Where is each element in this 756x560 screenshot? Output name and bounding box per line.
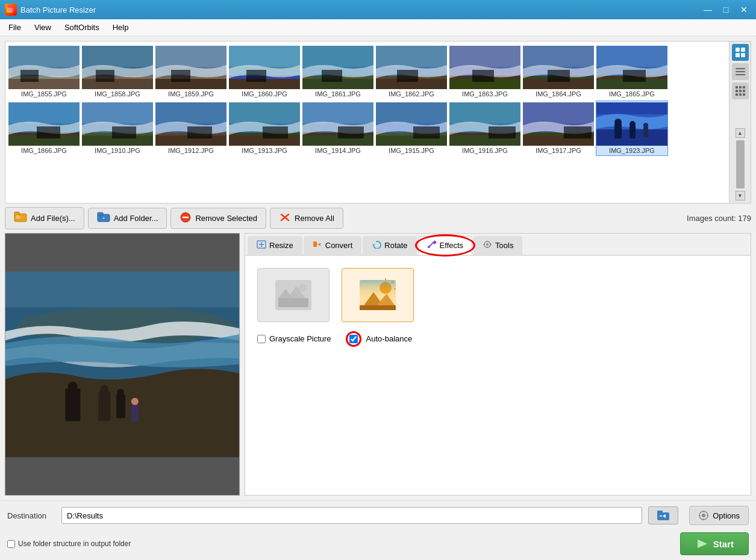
image-thumbnail[interactable]: IMG_1913.JPG [228,101,301,156]
maximize-button[interactable]: □ [719,2,733,17]
rotate-tab-icon [372,240,381,250]
app-icon [5,4,17,16]
destination-input[interactable] [61,507,642,524]
use-folder-checkbox[interactable] [7,540,15,548]
image-thumbnail[interactable]: IMG_1863.JPG [449,44,521,99]
remove-all-button[interactable]: Remove All [270,208,343,229]
effects-checkboxes: Grayscale Picture Auto-balance [257,334,739,343]
menu-help[interactable]: Help [107,20,135,34]
image-thumbnail[interactable]: IMG_1917.JPG [522,101,595,156]
image-thumbnail[interactable]: IMG_1912.JPG [155,101,227,156]
remove-selected-button[interactable]: Remove Selected [170,208,266,229]
image-thumbnail[interactable]: IMG_1916.JPG [449,101,521,156]
image-thumbnail[interactable]: IMG_1923.JPG [596,101,668,156]
svg-rect-67 [263,126,288,138]
svg-rect-87 [564,126,592,138]
svg-rect-102 [736,71,745,72]
svg-rect-32 [397,70,418,82]
tab-resize[interactable]: Resize [248,236,302,255]
image-label: IMG_1863.JPG [462,90,508,98]
image-label: IMG_1915.JPG [389,147,434,154]
svg-rect-109 [743,90,745,92]
use-folder-label[interactable]: Use folder structure in output folder [7,540,131,548]
image-thumbnail[interactable]: IMG_1914.JPG [302,101,374,156]
image-label: IMG_1860.JPG [242,90,287,98]
scroll-up-button[interactable]: ▲ [736,128,745,138]
thumbnail-view-button[interactable] [732,44,749,61]
image-label: IMG_1917.JPG [536,147,581,154]
menu-file[interactable]: File [2,20,27,34]
svg-rect-101 [736,68,745,69]
svg-rect-99 [736,53,740,57]
svg-point-133 [117,389,124,396]
svg-rect-72 [338,126,364,138]
image-thumbnail[interactable]: IMG_1861.JPG [302,44,374,99]
tab-tools[interactable]: Tools [473,236,522,255]
autobalance-wrapper [349,335,358,343]
effects-content: Grayscale Picture Auto-balance [245,256,751,495]
image-thumbnail[interactable]: IMG_1866.JPG [8,101,80,156]
image-label: IMG_1916.JPG [462,147,508,154]
svg-rect-95 [643,126,648,137]
image-thumbnail[interactable]: IMG_1865.JPG [596,44,668,99]
tab-tools-label: Tools [495,241,513,250]
menu-softorbits[interactable]: SoftOrbits [58,20,105,34]
autobalance-checkbox[interactable] [349,335,358,343]
svg-text:+: + [102,216,105,221]
tabs: Resize Convert [245,234,751,256]
svg-rect-162 [360,305,396,310]
image-thumbnail[interactable]: IMG_1859.JPG [155,44,227,99]
grid-view-button[interactable] [732,82,749,99]
svg-point-153 [298,284,307,292]
image-thumbnail[interactable]: IMG_1860.JPG [228,44,301,99]
scroll-down-button[interactable]: ▼ [736,191,745,201]
image-thumbnail[interactable]: IMG_1858.JPG [81,44,154,99]
tab-convert[interactable]: Convert [304,236,362,255]
use-folder-text: Use folder structure in output folder [18,540,131,548]
menu-view[interactable]: View [28,20,57,34]
image-label: IMG_1859.JPG [168,90,214,98]
image-thumbnail[interactable]: IMG_1862.JPG [375,44,448,99]
minimize-button[interactable]: — [701,2,715,17]
close-button[interactable]: ✕ [737,2,751,17]
no-effect-box[interactable] [257,268,330,322]
svg-rect-7 [20,70,39,82]
svg-rect-128 [65,388,80,422]
tab-resize-label: Resize [269,241,293,250]
svg-rect-139 [313,241,317,247]
tab-convert-label: Convert [325,241,353,250]
autobalance-effect-box[interactable] [342,268,414,322]
list-view-button[interactable] [732,63,749,80]
options-bar: Use folder structure in output folder St… [0,530,756,560]
options-label: Options [713,511,740,520]
image-thumbnail[interactable]: IMG_1910.JPG [81,101,154,156]
image-thumbnail[interactable]: IMG_1855.JPG [8,44,80,99]
image-thumbnail[interactable]: IMG_1864.JPG [522,44,595,99]
start-label: Start [713,539,734,549]
add-files-button[interactable]: Add File(s)... [5,207,84,229]
bottom-area: Resize Convert [0,233,756,500]
grayscale-checkbox[interactable] [257,335,266,343]
grayscale-checkbox-label[interactable]: Grayscale Picture [257,334,331,343]
options-button[interactable]: Options [689,506,749,525]
svg-rect-114 [14,212,19,215]
svg-rect-106 [743,86,745,89]
svg-rect-115 [16,216,19,216]
tab-effects[interactable]: Effects [418,236,473,255]
tab-rotate-label: Rotate [384,241,407,250]
svg-rect-11 [82,79,153,89]
start-button[interactable]: Start [680,532,749,555]
remove-selected-label: Remove Selected [195,214,257,223]
add-folder-button[interactable]: + Add Folder... [88,208,167,229]
autobalance-checkbox-label[interactable]: Auto-balance [349,334,413,343]
svg-rect-22 [246,70,266,82]
toolbar: Add File(s)... + Add Folder... Remove Se… [0,204,756,233]
svg-rect-82 [489,126,516,138]
add-files-icon [14,211,27,225]
browse-destination-button[interactable] [648,506,678,524]
image-label: IMG_1862.JPG [389,90,434,98]
image-thumbnail[interactable]: IMG_1915.JPG [375,101,448,156]
tab-rotate[interactable]: Rotate [363,236,416,255]
svg-rect-47 [623,70,646,82]
svg-rect-52 [37,126,60,138]
